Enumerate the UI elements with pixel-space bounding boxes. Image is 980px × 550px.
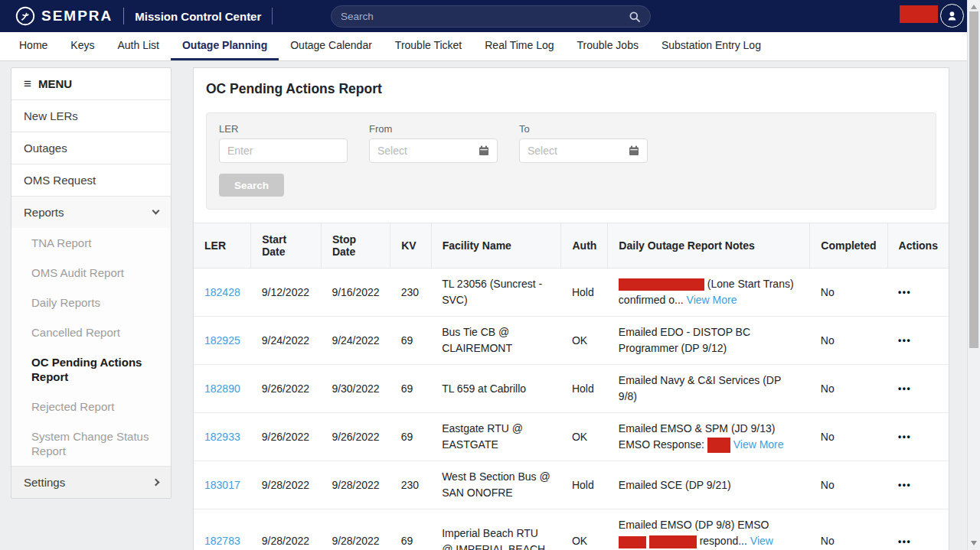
sidebar-item-settings[interactable]: Settings — [11, 466, 171, 498]
column-header-kv: KV — [390, 223, 431, 268]
search-button[interactable]: Search — [219, 174, 284, 197]
row-actions-button[interactable]: ••• — [898, 335, 911, 346]
to-label: To — [519, 123, 648, 135]
row-actions-button[interactable]: ••• — [898, 536, 911, 547]
kv-cell: 69 — [390, 413, 431, 461]
auth-cell: OK — [561, 413, 608, 461]
ler-link[interactable]: 182933 — [204, 431, 240, 443]
sidebar-subitem-rejected-report[interactable]: Rejected Report — [11, 392, 171, 421]
stop-date-cell: 9/24/2022 — [321, 317, 390, 365]
column-header-start-date: Start Date — [251, 223, 322, 268]
scroll-up-arrow-icon[interactable] — [971, 5, 977, 9]
facility-name-cell: Eastgate RTU @ EASTGATE — [431, 413, 561, 461]
tab-substation-entry-log[interactable]: Substation Entry Log — [650, 32, 773, 60]
chevron-right-icon — [152, 479, 160, 487]
from-filter-group: From — [369, 123, 498, 163]
reports-label: Reports — [24, 206, 64, 219]
filter-panel: LER From — [206, 112, 936, 210]
start-date-cell: 9/12/2022 — [251, 268, 322, 317]
notes-cell: Emailed EMSO (DP 9/8) EMSO respond... Vi… — [608, 509, 810, 550]
view-more-link[interactable]: View More — [733, 438, 784, 451]
ler-filter-group: LER — [219, 123, 348, 163]
sidebar-subitem-oc-pending-actions-report[interactable]: OC Pending Actions Report — [11, 347, 171, 392]
column-header-daily-outage-report-notes: Daily Outage Report Notes — [608, 223, 810, 268]
ler-cell: 183017 — [194, 461, 251, 509]
ler-link[interactable]: 182428 — [204, 286, 240, 298]
actions-cell: ••• — [887, 365, 949, 413]
notes-cell: Emailed Navy & C&I Services (DP 9/8) — [608, 365, 810, 413]
sidebar-item-reports[interactable]: Reports — [11, 196, 171, 228]
header-divider-2 — [272, 8, 273, 24]
table-header-row: LERStart DateStop DateKVFacility NameAut… — [194, 223, 949, 268]
sidebar-menu-header[interactable]: ≡ MENU — [11, 68, 171, 99]
sidebar-subitem-daily-reports[interactable]: Daily Reports — [11, 288, 171, 317]
tab-keys[interactable]: Keys — [59, 32, 106, 60]
start-date-cell: 9/28/2022 — [251, 461, 322, 509]
stop-date-cell: 9/30/2022 — [321, 365, 390, 413]
sidebar-item-outages[interactable]: Outages — [11, 132, 171, 164]
sidebar-subitem-oms-audit-report[interactable]: OMS Audit Report — [11, 258, 171, 288]
global-search-input[interactable] — [341, 11, 629, 22]
table-row: 1827839/28/20229/28/202269Imperial Beach… — [194, 509, 949, 550]
settings-label: Settings — [24, 476, 65, 489]
to-date-field[interactable] — [519, 138, 648, 163]
notes-cell: Emailed EMSO & SPM (JD 9/13) EMSO Respon… — [608, 413, 810, 461]
tab-auth-list[interactable]: Auth List — [106, 32, 170, 60]
notes-cell: (Lone Start Trans) confirmed o... View M… — [608, 268, 810, 317]
calendar-icon[interactable] — [629, 145, 639, 156]
brand-name: SEMPRA — [41, 8, 113, 24]
user-avatar-button[interactable] — [940, 4, 964, 28]
global-search[interactable] — [331, 5, 651, 28]
completed-cell: No — [810, 317, 887, 365]
tab-outage-planning[interactable]: Outage Planning — [171, 32, 279, 60]
row-actions-button[interactable]: ••• — [898, 383, 911, 394]
row-actions-button[interactable]: ••• — [898, 431, 911, 442]
to-filter-group: To — [519, 123, 648, 163]
column-header-stop-date: Stop Date — [321, 223, 390, 268]
ler-link[interactable]: 183017 — [204, 479, 240, 491]
stop-date-cell: 9/16/2022 — [321, 268, 390, 317]
sidebar-item-oms-request[interactable]: OMS Request — [11, 164, 171, 196]
redaction-box — [649, 535, 697, 548]
actions-cell: ••• — [887, 268, 949, 317]
tab-trouble-ticket[interactable]: Trouble Ticket — [384, 32, 473, 60]
ler-link[interactable]: 182890 — [204, 382, 240, 395]
auth-cell: Hold — [561, 461, 608, 509]
scroll-down-arrow-icon[interactable] — [971, 541, 977, 545]
sidebar-subitem-system-change-status-report[interactable]: System Change Status Report — [11, 421, 171, 466]
page: SEMPRA Mission Control Center — [0, 0, 980, 550]
ler-input[interactable] — [227, 145, 339, 157]
view-more-link[interactable]: View More — [687, 294, 737, 306]
scrollbar-thumb[interactable] — [969, 11, 978, 348]
brand[interactable]: SEMPRA — [15, 6, 113, 26]
ler-cell: 182933 — [194, 413, 251, 461]
sidebar-item-new-lers[interactable]: New LERs — [11, 99, 171, 132]
start-date-cell: 9/26/2022 — [251, 413, 322, 461]
redaction-box — [619, 536, 646, 548]
from-date-input[interactable] — [377, 145, 479, 157]
ler-link[interactable]: 182925 — [204, 334, 240, 347]
header-divider — [123, 8, 124, 24]
vertical-scrollbar[interactable] — [967, 0, 980, 550]
calendar-icon[interactable] — [479, 145, 489, 156]
tab-home[interactable]: Home — [8, 32, 59, 60]
tab-real-time-log[interactable]: Real Time Log — [473, 32, 565, 60]
ler-cell: 182890 — [194, 365, 251, 413]
column-header-actions: Actions — [887, 223, 949, 268]
from-date-field[interactable] — [369, 138, 498, 163]
row-actions-button[interactable]: ••• — [898, 287, 911, 298]
notes-cell: Emailed SCE (DP 9/21) — [608, 461, 810, 509]
row-actions-button[interactable]: ••• — [898, 480, 911, 490]
sidebar-subitem-tna-report[interactable]: TNA Report — [11, 228, 171, 258]
column-header-auth: Auth — [561, 223, 608, 268]
auth-cell: Hold — [561, 268, 608, 317]
from-label: From — [369, 123, 498, 135]
menu-label: MENU — [38, 77, 72, 90]
sidebar-subitem-cancelled-report[interactable]: Cancelled Report — [11, 317, 171, 347]
ler-link[interactable]: 182783 — [204, 535, 240, 547]
tab-trouble-jobs[interactable]: Trouble Jobs — [566, 32, 650, 60]
ler-field[interactable] — [219, 138, 348, 163]
search-icon[interactable] — [629, 11, 641, 23]
tab-outage-calendar[interactable]: Outage Calendar — [279, 32, 384, 60]
to-date-input[interactable] — [528, 145, 629, 157]
